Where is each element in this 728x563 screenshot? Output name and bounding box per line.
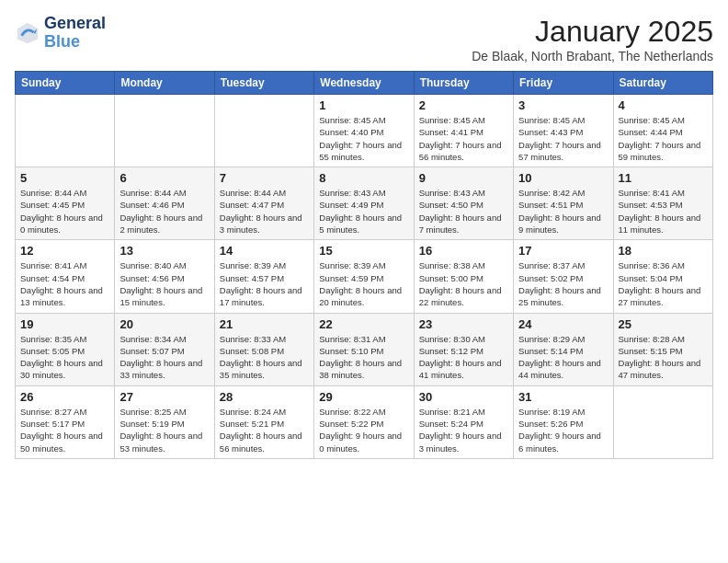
day-info: Sunrise: 8:45 AM Sunset: 4:44 PM Dayligh… — [619, 114, 708, 163]
day-number: 5 — [20, 171, 109, 185]
weekday-header: Wednesday — [314, 72, 414, 95]
day-number: 17 — [518, 244, 608, 258]
calendar-cell: 1Sunrise: 8:45 AM Sunset: 4:40 PM Daylig… — [314, 95, 414, 167]
calendar-cell — [16, 95, 115, 167]
weekday-header: Sunday — [16, 72, 115, 95]
calendar-cell: 9Sunrise: 8:43 AM Sunset: 4:50 PM Daylig… — [414, 167, 513, 240]
day-info: Sunrise: 8:41 AM Sunset: 4:54 PM Dayligh… — [20, 259, 109, 308]
calendar-week-row: 19Sunrise: 8:35 AM Sunset: 5:05 PM Dayli… — [16, 313, 713, 385]
calendar-cell: 5Sunrise: 8:44 AM Sunset: 4:45 PM Daylig… — [16, 167, 115, 240]
day-info: Sunrise: 8:27 AM Sunset: 5:17 PM Dayligh… — [20, 406, 109, 454]
calendar-cell — [115, 95, 214, 167]
day-number: 24 — [518, 317, 608, 331]
day-info: Sunrise: 8:36 AM Sunset: 5:04 PM Dayligh… — [619, 259, 708, 308]
day-number: 20 — [119, 317, 209, 331]
day-info: Sunrise: 8:21 AM Sunset: 5:24 PM Dayligh… — [419, 406, 508, 454]
calendar-cell: 11Sunrise: 8:41 AM Sunset: 4:53 PM Dayli… — [613, 167, 712, 240]
calendar-cell: 30Sunrise: 8:21 AM Sunset: 5:24 PM Dayli… — [414, 385, 513, 458]
day-number: 9 — [419, 171, 508, 185]
day-info: Sunrise: 8:37 AM Sunset: 5:02 PM Dayligh… — [518, 259, 608, 308]
calendar-cell: 21Sunrise: 8:33 AM Sunset: 5:08 PM Dayli… — [214, 313, 313, 385]
day-number: 26 — [20, 390, 109, 404]
day-info: Sunrise: 8:45 AM Sunset: 4:41 PM Dayligh… — [419, 114, 508, 163]
calendar-cell: 18Sunrise: 8:36 AM Sunset: 5:04 PM Dayli… — [613, 240, 712, 313]
calendar-cell: 8Sunrise: 8:43 AM Sunset: 4:49 PM Daylig… — [314, 167, 414, 240]
calendar-cell: 27Sunrise: 8:25 AM Sunset: 5:19 PM Dayli… — [115, 385, 214, 458]
page-header: GeneralBlue January 2025 De Blaak, North… — [15, 15, 713, 63]
day-number: 31 — [518, 390, 608, 404]
day-info: Sunrise: 8:45 AM Sunset: 4:40 PM Dayligh… — [319, 114, 408, 163]
day-info: Sunrise: 8:28 AM Sunset: 5:15 PM Dayligh… — [619, 333, 708, 382]
calendar-cell: 13Sunrise: 8:40 AM Sunset: 4:56 PM Dayli… — [115, 240, 214, 313]
weekday-header: Friday — [514, 72, 613, 95]
day-number: 25 — [619, 317, 708, 331]
day-number: 12 — [20, 244, 109, 258]
location-subtitle: De Blaak, North Brabant, The Netherlands — [472, 49, 713, 63]
calendar-cell: 31Sunrise: 8:19 AM Sunset: 5:26 PM Dayli… — [514, 385, 613, 458]
day-info: Sunrise: 8:30 AM Sunset: 5:12 PM Dayligh… — [419, 333, 508, 382]
month-title: January 2025 — [472, 15, 713, 49]
day-number: 30 — [419, 390, 508, 404]
day-number: 16 — [419, 244, 508, 258]
calendar-week-row: 1Sunrise: 8:45 AM Sunset: 4:40 PM Daylig… — [16, 95, 713, 167]
day-info: Sunrise: 8:44 AM Sunset: 4:45 PM Dayligh… — [20, 187, 109, 236]
title-block: January 2025 De Blaak, North Brabant, Th… — [472, 15, 713, 63]
day-info: Sunrise: 8:44 AM Sunset: 4:47 PM Dayligh… — [220, 187, 309, 236]
day-number: 28 — [220, 390, 309, 404]
calendar-cell: 10Sunrise: 8:42 AM Sunset: 4:51 PM Dayli… — [514, 167, 613, 240]
calendar-cell: 28Sunrise: 8:24 AM Sunset: 5:21 PM Dayli… — [214, 385, 313, 458]
calendar-cell: 19Sunrise: 8:35 AM Sunset: 5:05 PM Dayli… — [16, 313, 115, 385]
calendar-cell: 14Sunrise: 8:39 AM Sunset: 4:57 PM Dayli… — [214, 240, 313, 313]
weekday-header: Monday — [115, 72, 214, 95]
day-number: 10 — [518, 171, 608, 185]
day-number: 14 — [220, 244, 309, 258]
day-info: Sunrise: 8:40 AM Sunset: 4:56 PM Dayligh… — [119, 259, 209, 308]
weekday-header: Saturday — [613, 72, 712, 95]
calendar-cell: 2Sunrise: 8:45 AM Sunset: 4:41 PM Daylig… — [414, 95, 513, 167]
day-number: 4 — [619, 98, 708, 112]
calendar-cell: 7Sunrise: 8:44 AM Sunset: 4:47 PM Daylig… — [214, 167, 313, 240]
weekday-header: Tuesday — [214, 72, 313, 95]
day-number: 6 — [119, 171, 209, 185]
day-number: 8 — [319, 171, 408, 185]
day-number: 22 — [319, 317, 408, 331]
calendar-cell: 24Sunrise: 8:29 AM Sunset: 5:14 PM Dayli… — [514, 313, 613, 385]
logo: GeneralBlue — [15, 15, 106, 52]
day-number: 3 — [518, 98, 608, 112]
day-info: Sunrise: 8:39 AM Sunset: 4:57 PM Dayligh… — [220, 259, 309, 308]
day-info: Sunrise: 8:41 AM Sunset: 4:53 PM Dayligh… — [619, 187, 708, 236]
weekday-header: Thursday — [414, 72, 513, 95]
day-info: Sunrise: 8:43 AM Sunset: 4:49 PM Dayligh… — [319, 187, 408, 236]
calendar-cell: 22Sunrise: 8:31 AM Sunset: 5:10 PM Dayli… — [314, 313, 414, 385]
calendar-cell: 23Sunrise: 8:30 AM Sunset: 5:12 PM Dayli… — [414, 313, 513, 385]
day-info: Sunrise: 8:29 AM Sunset: 5:14 PM Dayligh… — [518, 333, 608, 382]
calendar-week-row: 12Sunrise: 8:41 AM Sunset: 4:54 PM Dayli… — [16, 240, 713, 313]
day-info: Sunrise: 8:44 AM Sunset: 4:46 PM Dayligh… — [119, 187, 209, 236]
calendar-cell — [613, 385, 712, 458]
calendar-cell — [214, 95, 313, 167]
logo-text: GeneralBlue — [44, 15, 106, 52]
day-number: 15 — [319, 244, 408, 258]
calendar-cell: 16Sunrise: 8:38 AM Sunset: 5:00 PM Dayli… — [414, 240, 513, 313]
day-info: Sunrise: 8:24 AM Sunset: 5:21 PM Dayligh… — [220, 406, 309, 454]
day-info: Sunrise: 8:19 AM Sunset: 5:26 PM Dayligh… — [518, 406, 608, 454]
day-info: Sunrise: 8:45 AM Sunset: 4:43 PM Dayligh… — [518, 114, 608, 163]
calendar-cell: 15Sunrise: 8:39 AM Sunset: 4:59 PM Dayli… — [314, 240, 414, 313]
day-number: 2 — [419, 98, 508, 112]
day-info: Sunrise: 8:34 AM Sunset: 5:07 PM Dayligh… — [119, 333, 209, 382]
day-number: 1 — [319, 98, 408, 112]
calendar-cell: 29Sunrise: 8:22 AM Sunset: 5:22 PM Dayli… — [314, 385, 414, 458]
day-info: Sunrise: 8:33 AM Sunset: 5:08 PM Dayligh… — [220, 333, 309, 382]
day-info: Sunrise: 8:38 AM Sunset: 5:00 PM Dayligh… — [419, 259, 508, 308]
day-number: 11 — [619, 171, 708, 185]
day-number: 23 — [419, 317, 508, 331]
calendar-cell: 3Sunrise: 8:45 AM Sunset: 4:43 PM Daylig… — [514, 95, 613, 167]
calendar-cell: 26Sunrise: 8:27 AM Sunset: 5:17 PM Dayli… — [16, 385, 115, 458]
day-info: Sunrise: 8:35 AM Sunset: 5:05 PM Dayligh… — [20, 333, 109, 382]
calendar-cell: 6Sunrise: 8:44 AM Sunset: 4:46 PM Daylig… — [115, 167, 214, 240]
calendar-cell: 20Sunrise: 8:34 AM Sunset: 5:07 PM Dayli… — [115, 313, 214, 385]
day-info: Sunrise: 8:42 AM Sunset: 4:51 PM Dayligh… — [518, 187, 608, 236]
day-number: 7 — [220, 171, 309, 185]
calendar-header-row: SundayMondayTuesdayWednesdayThursdayFrid… — [16, 72, 713, 95]
day-info: Sunrise: 8:22 AM Sunset: 5:22 PM Dayligh… — [319, 406, 408, 454]
